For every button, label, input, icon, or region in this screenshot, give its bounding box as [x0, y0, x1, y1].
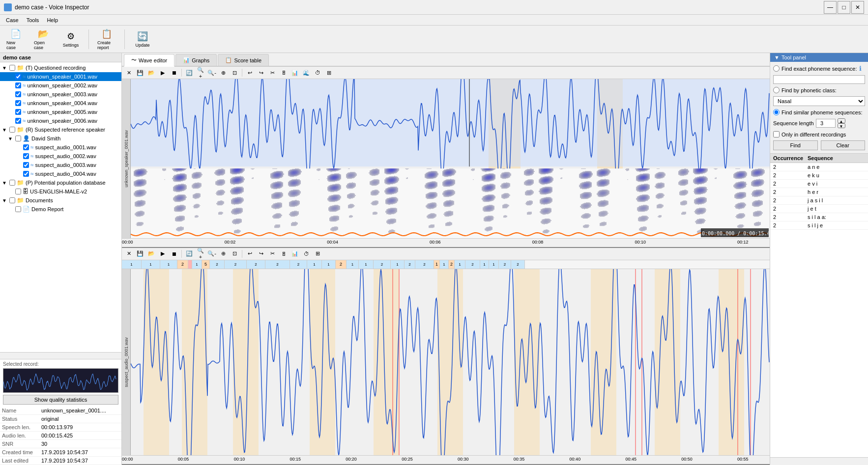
results-scroll-bottom[interactable] [770, 457, 868, 465]
open-top[interactable]: 📂 [146, 68, 156, 78]
tree-checkbox-unknown_3[interactable] [15, 91, 21, 97]
tree-checkbox-demo-report[interactable] [15, 206, 21, 212]
phoneme-cell[interactable]: 1 [347, 260, 359, 269]
tree-checkbox-suspect_2[interactable] [23, 153, 29, 159]
seq-down-btn[interactable]: ▼ [838, 123, 845, 128]
open-case-button[interactable]: 📂 Open case [31, 27, 55, 51]
phoneme-cell[interactable]: 1 [142, 260, 160, 269]
effects-bottom[interactable]: 🎚 [279, 249, 289, 259]
zoom-out-bottom[interactable]: 🔍- [207, 249, 217, 259]
tree-item-r-reference[interactable]: ▼📁(R) Suspected reference speaker [0, 125, 121, 134]
tree-item-david[interactable]: ▼👤David Smith [0, 134, 121, 143]
tree-item-suspect_3[interactable]: ≈suspect_audio_0003.wav [0, 161, 121, 169]
phoneme-cell[interactable]: 1 [160, 260, 177, 269]
phoneme-cell[interactable]: 2 [449, 260, 455, 269]
tree-checkbox-suspect_1[interactable] [23, 144, 29, 150]
zoom-fit-bottom[interactable]: ⊡ [230, 249, 239, 259]
tree-checkbox-unknown_2[interactable] [15, 82, 21, 88]
phoneme-cell[interactable]: 1 [455, 260, 465, 269]
phoneme-cell[interactable]: 2 [210, 260, 225, 269]
phoneme-cell[interactable]: 2 [265, 260, 290, 269]
phoneme-cell[interactable] [188, 260, 192, 269]
undo-top[interactable]: ↩ [245, 68, 255, 78]
tree-item-p-population[interactable]: ▼📁(P) Potential population database [0, 178, 121, 187]
tree-item-suspect_2[interactable]: ≈suspect_audio_0002.wav [0, 152, 121, 161]
create-report-button[interactable]: 📋 Create report [95, 27, 118, 51]
tree-checkbox-t-questioned[interactable] [9, 65, 15, 71]
menu-tools[interactable]: Tools [23, 16, 43, 24]
phoneme-cell[interactable]: 2 [225, 260, 247, 269]
save-bottom[interactable]: 💾 [135, 249, 145, 259]
menu-case[interactable]: Case [2, 16, 23, 24]
bar-chart-top[interactable]: 📊 [290, 68, 300, 78]
find-exact-input[interactable] [773, 75, 865, 84]
tree-item-demo-report[interactable]: 📄Demo Report [0, 205, 121, 214]
phoneme-cell[interactable]: 1 [440, 260, 449, 269]
open-bottom[interactable]: 📂 [146, 249, 156, 259]
effects-top[interactable]: 🎚 [279, 68, 289, 78]
tree-item-documents[interactable]: ▼📁Documents [0, 196, 121, 205]
tree-checkbox-unknown_4[interactable] [15, 100, 21, 106]
tree-toggle-r-reference[interactable]: ▼ [2, 127, 8, 133]
result-row[interactable]: 2h e r [770, 188, 868, 196]
tree-item-unknown_2[interactable]: ≈unknown_speaker_0002.wav [0, 81, 121, 90]
tree-checkbox-documents[interactable] [9, 197, 15, 203]
result-row[interactable]: 2j a s i l [770, 196, 868, 205]
wave-canvas-top[interactable] [131, 79, 770, 238]
maximize-button[interactable]: □ [838, 1, 850, 14]
wave-canvas-bottom[interactable] [131, 269, 770, 455]
new-case-button[interactable]: 📄 New case [4, 27, 28, 51]
result-row[interactable]: 2j e t [770, 205, 868, 213]
tree-checkbox-suspect_3[interactable] [23, 162, 29, 168]
phoneme-cell[interactable]: 2 [499, 260, 511, 269]
redo-bottom[interactable]: ↪ [256, 249, 266, 259]
tree-item-unknown_5[interactable]: ≈unknown_speaker_0005.wav [0, 108, 121, 116]
result-row[interactable]: 2a n e [770, 163, 868, 171]
phoneme-cell[interactable]: 1 [391, 260, 405, 269]
zoom-out-top[interactable]: 🔍- [207, 68, 217, 78]
phoneme-cell[interactable]: 2 [465, 260, 480, 269]
phoneme-cell[interactable]: 1 [307, 260, 322, 269]
seq-length-input[interactable] [816, 119, 836, 128]
tree-checkbox-unknown_6[interactable] [15, 118, 21, 124]
loop-top[interactable]: 🔄 [184, 68, 194, 78]
tree-item-us-english[interactable]: 🗄US-ENGLISH-MALE-v2 [0, 187, 121, 196]
clear-button[interactable]: Clear [821, 140, 866, 150]
stop-bottom[interactable]: ⏹ [169, 249, 179, 259]
bar-chart-bottom[interactable]: 📊 [290, 249, 300, 259]
phoneme-cell[interactable]: 2 [415, 260, 434, 269]
grid-top[interactable]: ⊞ [324, 68, 334, 78]
phoneme-cell[interactable]: 2 [405, 260, 415, 269]
tab-graphs[interactable]: 📊Graphs [175, 54, 217, 66]
phoneme-cell[interactable]: 2 [247, 260, 265, 269]
undo-bottom[interactable]: ↩ [245, 249, 255, 259]
tab-wave-editor[interactable]: 〜Wave editor [124, 54, 174, 67]
result-row[interactable]: 2e k u [770, 171, 868, 180]
zoom-in-top[interactable]: 🔍+ [196, 68, 205, 78]
phoneme-cell[interactable]: 1 [489, 260, 499, 269]
tree-item-t-questioned[interactable]: ▼📁(T) Questioned recording [0, 63, 121, 72]
tree-checkbox-unknown_1[interactable] [15, 74, 21, 80]
close-button[interactable]: ✕ [851, 1, 864, 14]
find-phonetic-radio[interactable] [773, 87, 780, 93]
zoom-fit-top[interactable]: ⊡ [230, 68, 239, 78]
minimize-button[interactable]: — [824, 1, 837, 14]
scrollbar-area[interactable] [0, 352, 121, 359]
tree-toggle-documents[interactable]: ▼ [2, 198, 8, 203]
show-quality-button[interactable]: Show quality statistics [3, 395, 118, 405]
find-exact-radio[interactable] [773, 65, 780, 72]
tree-checkbox-david[interactable] [15, 136, 21, 141]
tab-score-table[interactable]: 📋Score table [218, 54, 269, 66]
tree-checkbox-us-english[interactable] [15, 189, 21, 194]
tree-item-unknown_1[interactable]: ≈unknown_speaker_0001.wav [0, 72, 121, 81]
seq-up-btn[interactable]: ▲ [838, 118, 845, 123]
save-top[interactable]: 💾 [135, 68, 145, 78]
tree-item-unknown_3[interactable]: ≈unknown_speaker_0003.wav [0, 90, 121, 99]
stop-top[interactable]: ⏹ [169, 68, 179, 78]
result-row[interactable]: 2s i l j e [770, 221, 868, 230]
find-similar-radio[interactable] [773, 109, 780, 115]
loop-bottom[interactable]: 🔄 [184, 249, 194, 259]
phoneme-cell[interactable]: 5 [202, 260, 210, 269]
phoneme-cell[interactable]: 1 [192, 260, 202, 269]
play-bottom[interactable]: ▶ [158, 249, 168, 259]
